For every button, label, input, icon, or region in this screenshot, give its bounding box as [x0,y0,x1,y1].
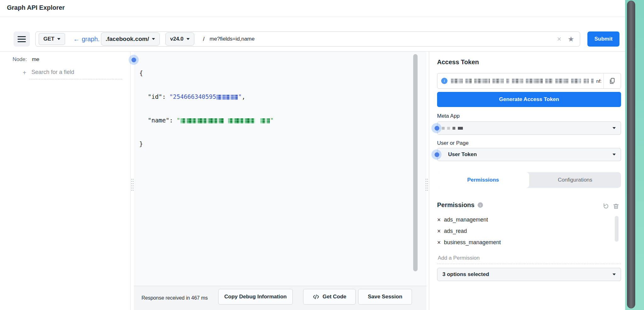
graph-api-explorer-window: Graph API Explorer GET ← graph. .faceboo… [0,0,644,310]
user-or-page-label: User or Page [437,140,469,146]
node-value: me [32,56,39,63]
user-or-page-dropdown[interactable]: User Token [437,148,621,161]
fields-sidebar [0,52,130,310]
caret-down-icon [613,127,616,129]
caret-down-icon [613,154,616,155]
host-domain-label: .facebook.com/ [106,36,149,42]
caret-down-icon [57,38,60,40]
highlight-dot-icon [435,152,439,157]
api-version-label: v24.0 [170,36,184,42]
undo-icon [602,203,609,210]
response-status: Response received in 467 ms [142,295,208,301]
generate-access-token-button[interactable]: Generate Access Token [437,92,621,107]
tab-configurations[interactable]: Configurations [529,172,621,188]
clear-permissions-button[interactable] [613,203,619,210]
http-method-label: GET [43,36,54,42]
copy-token-button[interactable] [603,73,621,88]
permission-label: business_management [444,239,501,246]
request-path-input[interactable] [209,36,557,42]
os-scrollbar-thumb[interactable] [627,1,635,308]
add-field-icon[interactable]: + [23,69,26,76]
token-tabs: Permissions Configurations [437,172,621,188]
highlight-dot-icon [131,58,136,62]
get-code-button[interactable]: Get Code [303,289,356,305]
api-version-dropdown[interactable]: v24.0 [165,32,194,46]
caret-down-icon [613,273,616,275]
http-method-dropdown[interactable]: GET [39,33,65,45]
undo-permissions-button[interactable] [602,203,609,210]
field-search-input[interactable] [31,69,123,76]
copy-debug-label: Copy Debug Information [224,294,286,300]
app-header [0,0,644,17]
caret-down-icon [152,38,155,40]
meta-app-label: Meta App [437,113,460,119]
star-icon[interactable]: ★ [568,36,574,43]
permission-label: ads_management [444,217,488,223]
redacted-text [216,95,238,100]
options-summary: 3 options selected [442,271,489,278]
field-search-wrap [30,67,122,79]
back-arrow-icon: ← [73,36,80,43]
json-response: { "id": "254666340595", "name": "" } [139,54,274,164]
add-permission-underline [437,264,621,264]
permission-row: × ads_management [437,215,488,224]
redacted-text [180,118,224,123]
tab-permissions[interactable]: Permissions [437,172,529,188]
trash-icon [613,203,619,210]
hamburger-icon [18,39,26,40]
json-line: } [139,140,274,148]
token-visible-tail: nf: [596,78,602,84]
info-icon: i [441,78,447,84]
left-panel-resize-handle[interactable] [131,178,134,192]
get-code-label: Get Code [323,294,347,300]
remove-permission-icon[interactable]: × [437,217,441,223]
save-session-label: Save Session [368,294,402,300]
path-separator: / [203,36,205,42]
redacted-text [260,118,270,123]
page-title: Graph API Explorer [7,4,65,11]
highlight-dot-icon [435,126,439,131]
host-domain-dropdown[interactable]: .facebook.com/ [101,32,160,46]
hamburger-icon [18,41,26,42]
json-line: { [139,69,274,77]
redacted-token [451,79,594,83]
node-label: Node: [13,56,27,63]
clear-icon[interactable]: × [557,35,561,43]
right-panel-resize-handle[interactable] [425,178,428,192]
node-row: Node: me [13,56,39,63]
copy-debug-button[interactable]: Copy Debug Information [218,289,293,305]
permission-row: × ads_read [437,227,467,235]
access-token-field[interactable]: i nf: [437,73,621,89]
code-icon [313,293,319,300]
submit-button[interactable]: Submit [587,31,619,47]
permission-options-dropdown[interactable]: 3 options selected [437,268,621,281]
host-prefix-link[interactable]: ← graph. [73,36,100,43]
caret-down-icon [186,38,190,40]
meta-app-dropdown[interactable] [437,121,621,135]
add-permission-input[interactable]: Add a Permission [438,255,480,261]
response-scrollbar[interactable] [413,54,418,271]
permissions-heading-row: Permissions i [437,201,483,209]
menu-button[interactable] [14,31,30,47]
remove-permission-icon[interactable]: × [437,239,441,245]
save-session-button[interactable]: Save Session [358,289,412,305]
info-icon: i [478,202,483,208]
host-prefix-label: graph. [82,36,100,43]
remove-permission-icon[interactable]: × [437,228,441,234]
json-line: "name": "" [139,116,274,124]
user-token-value: User Token [448,151,477,158]
access-token-title: Access Token [437,59,479,66]
hamburger-icon [18,36,26,37]
permissions-scrollbar[interactable] [615,216,619,242]
redacted-app-name [442,127,463,130]
permission-label: ads_read [444,228,467,234]
json-line: "id": "254666340595", [139,93,274,101]
redacted-text [228,118,255,123]
permission-row: × business_management [437,238,501,247]
request-url-bar: GET ← graph. .facebook.com/ v24.0 / × ★ [35,31,580,47]
permissions-heading: Permissions [437,201,475,209]
copy-icon [609,77,616,84]
